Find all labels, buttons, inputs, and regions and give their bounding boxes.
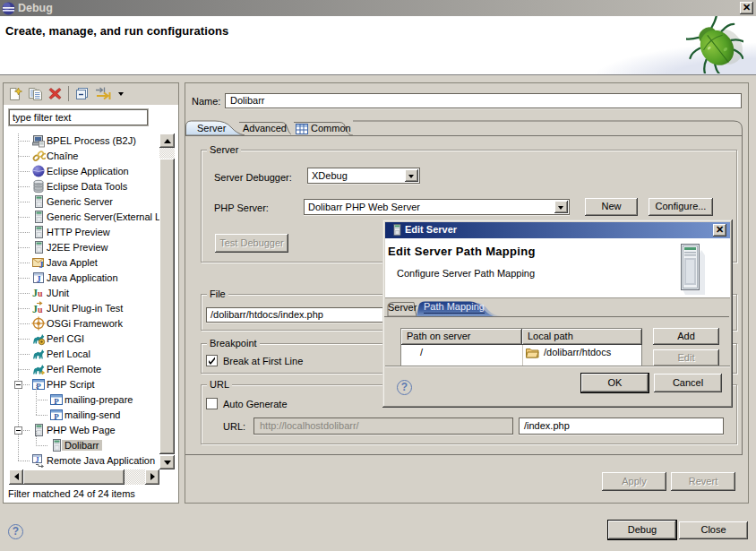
svg-text:P: P: [36, 382, 41, 391]
svg-text:P: P: [54, 412, 59, 421]
svg-text:J: J: [37, 275, 41, 284]
svg-text:u: u: [38, 305, 43, 314]
svg-text:P: P: [54, 397, 59, 406]
svg-text:u: u: [38, 288, 43, 298]
svg-text:J: J: [36, 456, 39, 464]
svg-text:J: J: [39, 260, 44, 270]
